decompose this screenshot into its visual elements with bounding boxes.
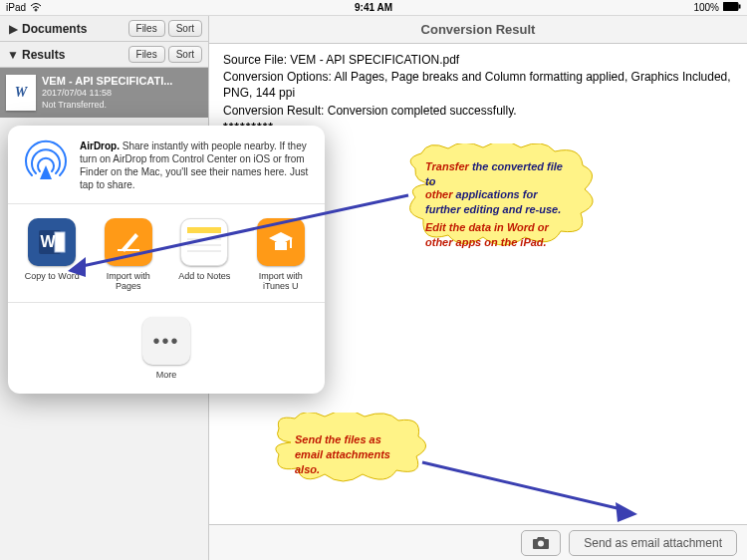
callout-email: Send the files as email attachments also… <box>269 413 428 482</box>
files-button[interactable]: Files <box>128 20 165 37</box>
sort-button[interactable]: Sort <box>168 46 202 63</box>
wifi-icon <box>30 2 42 14</box>
word-doc-icon: W <box>6 75 36 111</box>
svg-rect-0 <box>723 2 738 11</box>
status-time: 9:41 AM <box>355 2 392 13</box>
sort-button[interactable]: Sort <box>168 20 202 37</box>
more-button[interactable]: ••• More <box>22 317 311 380</box>
camera-button[interactable] <box>521 530 561 556</box>
send-email-button[interactable]: Send as email attachment <box>569 530 737 556</box>
svg-line-16 <box>422 462 625 510</box>
section-results[interactable]: ▼ Results Files Sort <box>0 42 208 68</box>
options-line: Conversion Options: All Pages, Page brea… <box>223 69 733 101</box>
result-line: Conversion Result: Conversion completed … <box>223 103 733 119</box>
file-status: Not Transferred. <box>42 100 202 112</box>
chevron-down-icon: ▼ <box>6 48 20 62</box>
airdrop-text: AirDrop. Share instantly with people nea… <box>80 140 311 191</box>
battery-icon <box>723 2 741 13</box>
airdrop-icon <box>22 140 70 187</box>
section-title: Documents <box>20 22 125 36</box>
section-documents[interactable]: ▶ Documents Files Sort <box>0 16 208 42</box>
chevron-right-icon: ▶ <box>6 22 20 36</box>
panel-header: Conversion Result <box>209 16 747 44</box>
file-name: VEM - API SPECIFICATI... <box>42 74 202 88</box>
result-file-row[interactable]: W VEM - API SPECIFICATI... 2017/07/04 11… <box>0 68 208 118</box>
send-email-label: Send as email attachment <box>584 536 722 550</box>
section-title: Results <box>20 48 125 62</box>
svg-rect-1 <box>739 5 741 9</box>
svg-text:W: W <box>41 233 57 250</box>
source-file-line: Source File: VEM - API SPECIFICATION.pdf <box>223 52 733 68</box>
files-button[interactable]: Files <box>128 46 165 63</box>
status-bar: iPad 9:41 AM 100% <box>0 0 747 16</box>
callout-transfer: Transfer the converted file to other app… <box>403 143 598 253</box>
camera-icon <box>532 536 550 549</box>
file-date: 2017/07/04 11:58 <box>42 88 202 100</box>
more-label: More <box>156 370 177 380</box>
arrow-to-send <box>416 456 655 526</box>
svg-point-2 <box>538 541 544 547</box>
status-device: iPad <box>6 2 26 13</box>
panel-footer: Send as email attachment <box>209 524 747 560</box>
share-actions-row: ••• More <box>8 303 325 394</box>
svg-marker-15 <box>68 257 86 277</box>
svg-marker-17 <box>616 502 637 522</box>
status-battery: 100% <box>693 2 719 13</box>
svg-line-14 <box>78 195 408 267</box>
more-icon: ••• <box>142 317 190 365</box>
arrow-to-word <box>60 187 428 297</box>
